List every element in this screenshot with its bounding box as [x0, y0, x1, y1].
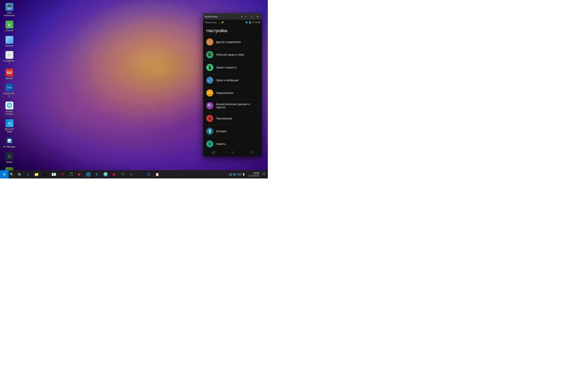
desktop-icon-aida64[interactable]: 64 AIDA64 — [2, 68, 17, 81]
battery-settings-icon: 🔋 — [206, 128, 213, 135]
phone-statusbar: Только экстр... 📱 🔑 🔷 🔋 67 10:58 — [203, 20, 262, 25]
desktop-icon-steam[interactable]: ♨ Steam — [2, 151, 17, 164]
desktop-icon-utorrent[interactable]: µ µTorrent — [2, 20, 17, 33]
etot-icon: 🖥️ — [5, 3, 13, 11]
taskbar-netflix[interactable]: N — [58, 170, 67, 178]
apps-label: Приложения — [216, 117, 258, 120]
settings-item-memory[interactable]: ≡ Память › — [203, 138, 262, 148]
start-button[interactable]: ⊞ — [0, 170, 9, 178]
taskbar-clock[interactable]: 10:58 21.08.2020 — [247, 172, 261, 177]
nav-home-button[interactable]: ○ — [228, 148, 237, 156]
aida64-label: AIDA64 — [6, 77, 13, 80]
taskbar-edge[interactable]: e — [23, 170, 32, 178]
task-view-button[interactable]: ⧉ — [15, 170, 23, 178]
settings-content: Настройки 🔗 Другие соединения › 🖼 Рабочи… — [203, 25, 262, 148]
desktop-icon-cpuz[interactable]: CPU CPUID CPU-Z — [2, 83, 17, 98]
notifications-icon: 🔔 — [206, 90, 213, 96]
tray-speaker-icon[interactable]: 🔊 — [229, 173, 232, 176]
aida64-icon: 64 — [5, 69, 13, 76]
chrome-label: Google Chrome — [3, 110, 16, 115]
taskbar-store[interactable]: 🛍 — [41, 170, 49, 178]
chrome-icon: 🌐 — [5, 102, 13, 110]
taskbar-explorer[interactable]: 📁 — [32, 170, 41, 178]
desktop-icon-edge[interactable]: e Microsoft Edge — [2, 118, 17, 134]
window-title-text: Multiscreen — [205, 15, 241, 18]
settings-item-biometrics[interactable]: 🔍 Биометрические данные и пароли › — [203, 100, 262, 112]
taskbar-telegram[interactable]: ✈ — [92, 170, 101, 178]
display-chevron: › — [258, 66, 259, 69]
tray-lang[interactable]: УКР — [237, 173, 242, 176]
sound-label: Звуки и вибрация — [216, 79, 258, 82]
desktop-icon-etot[interactable]: 🖥️ Этот компьютер — [2, 2, 17, 18]
notifications-chevron: › — [258, 92, 259, 94]
battery-percent: 67 — [252, 21, 254, 24]
notification-center-button[interactable]: 🗨 — [261, 170, 267, 178]
settings-title: Настройки — [203, 25, 262, 36]
biometrics-label: Биометрические данные и пароли — [216, 102, 258, 109]
maximize-button[interactable]: □ — [249, 14, 254, 19]
settings-item-battery[interactable]: 🔋 Батарея › — [203, 125, 262, 138]
taskbar-app8[interactable]: 🌍 — [101, 170, 110, 178]
nav-back-button[interactable]: ◁ — [208, 148, 218, 156]
taskbar-nvidia[interactable]: N — [118, 170, 127, 178]
taskbar-spotify[interactable]: 🎵 — [67, 170, 75, 178]
bluetooth-icon: 🔷 — [245, 21, 248, 24]
battery-chevron: › — [258, 130, 259, 133]
settings-item-apps[interactable]: ⊞ Приложения › — [203, 112, 262, 125]
search-button[interactable]: 🔍 — [9, 170, 15, 178]
tray-icons: ^ 🔊 🌐 УКР 🔋 — [226, 173, 246, 176]
edge-icon: e — [5, 119, 13, 127]
apps-chevron: › — [258, 117, 259, 120]
sound-chevron: › — [258, 79, 259, 82]
settings-item-display[interactable]: 📱 Экран и яркость › — [203, 61, 262, 74]
connections-label: Другие соединения — [216, 40, 258, 44]
biometrics-chevron: › — [258, 104, 259, 107]
korzina-icon: 🗑️ — [5, 36, 13, 44]
taskbar-chrome[interactable]: 🌐 — [84, 170, 92, 178]
minimize-button[interactable]: ─ — [243, 14, 249, 19]
desktop-icon-korzina[interactable]: 🗑️ Корзина — [2, 35, 17, 48]
desktop-icon-crystaldisk[interactable]: 💿 CrystalDisk... 7 — [2, 50, 17, 66]
status-left-text: Только экстр... 📱 🔑 — [205, 21, 244, 24]
nav-recents-button[interactable]: □ — [247, 148, 257, 156]
status-right-icons: 🔷 🔋 67 10:58 — [245, 21, 260, 24]
multiscreen-window: Multiscreen ✦ ─ □ ✕ Только экстр... 📱 🔑 … — [203, 13, 262, 156]
settings-item-wallpaper[interactable]: 🖼 Рабочий экран и обои › — [203, 48, 262, 61]
close-button[interactable]: ✕ — [255, 14, 260, 19]
desktop-icon-chrome[interactable]: 🌐 Google Chrome — [2, 100, 17, 116]
taskbar-app6[interactable]: ▶ — [75, 170, 84, 178]
taskbar-skype[interactable]: S — [144, 170, 153, 178]
desktop: 🖥️ Этот компьютер µ µTorrent 🗑️ Корзина … — [0, 0, 268, 178]
taskbar-app9[interactable]: ◉ — [110, 170, 118, 178]
settings-item-notifications[interactable]: 🔔 Уведомления › — [203, 87, 262, 100]
pcmanager-label: PC Manager — [3, 146, 15, 148]
taskbar-steam-tb[interactable]: ♨ — [136, 170, 144, 178]
taskbar-utorrent[interactable]: µ — [127, 170, 136, 178]
taskbar: ⊞ 🔍 ⧉ e 📁 🛍 📧 N 🎵 ▶ 🌐 ✈ 🌍 ◉ N µ ♨ S 📋 ^ … — [0, 170, 268, 178]
settings-item-connections[interactable]: 🔗 Другие соединения › — [203, 36, 262, 48]
battery-icon: 🔋 — [249, 21, 251, 24]
tray-network-icon[interactable]: 🌐 — [233, 173, 236, 176]
settings-item-sound[interactable]: 🔊 Звуки и вибрация › — [203, 74, 262, 87]
taskbar-mail[interactable]: 📧 — [49, 170, 58, 178]
steam-icon: ♨ — [5, 152, 13, 160]
pcmanager-icon: 📊 — [5, 137, 13, 145]
memory-label: Память — [216, 142, 258, 146]
wallpaper-label: Рабочий экран и обои — [216, 53, 258, 56]
memory-chevron: › — [258, 142, 259, 146]
desktop-icons-area: 🖥️ Этот компьютер µ µTorrent 🗑️ Корзина … — [2, 2, 17, 178]
cpuz-label: CPUID CPU-Z — [3, 92, 16, 98]
tray-chevron-icon[interactable]: ^ — [227, 173, 229, 176]
edge-label: Microsoft Edge — [3, 128, 16, 133]
desktop-icon-pcmanager[interactable]: 📊 PC Manager — [2, 136, 17, 149]
crystaldisk-icon: 💿 — [5, 51, 13, 59]
window-titlebar: Multiscreen ✦ ─ □ ✕ — [203, 13, 262, 20]
wallpaper-icon: 🖼 — [206, 51, 213, 58]
window-controls: ─ □ ✕ — [243, 14, 260, 19]
notifications-label: Уведомления — [216, 92, 258, 94]
tray-battery-icon[interactable]: 🔋 — [242, 173, 245, 176]
taskbar-app14[interactable]: 📋 — [153, 170, 162, 178]
clock-time: 10:58 — [253, 172, 259, 174]
pin-icon[interactable]: ✦ — [241, 15, 243, 18]
battery-label: Батарея — [216, 130, 258, 133]
